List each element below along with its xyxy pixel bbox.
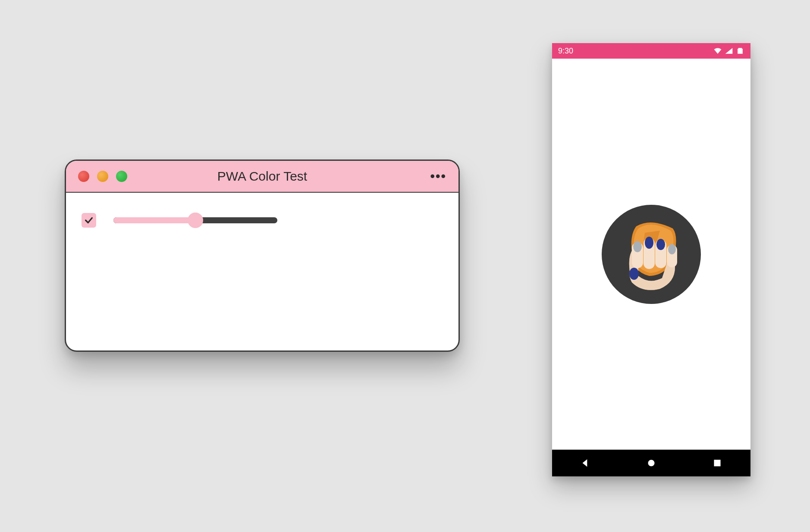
check-icon	[84, 216, 94, 225]
recents-icon	[712, 457, 723, 469]
svg-point-7	[668, 244, 676, 254]
splash-content	[552, 59, 750, 450]
signal-icon	[725, 47, 733, 55]
window-body	[66, 193, 458, 248]
back-button[interactable]	[579, 457, 592, 469]
home-icon	[646, 457, 657, 469]
svg-point-5	[645, 237, 653, 249]
more-options-icon[interactable]: •••	[430, 169, 446, 184]
svg-point-9	[648, 460, 654, 466]
back-icon	[580, 457, 591, 469]
accent-checkbox[interactable]	[82, 213, 96, 228]
close-icon[interactable]	[78, 171, 89, 182]
status-icons	[713, 47, 744, 55]
svg-point-4	[633, 241, 642, 252]
phone-splash-screen: 9:30	[552, 43, 750, 476]
maximize-icon[interactable]	[116, 171, 127, 182]
traffic-lights	[78, 171, 127, 182]
home-button[interactable]	[645, 457, 658, 469]
svg-point-8	[629, 268, 639, 280]
wifi-icon	[713, 47, 722, 55]
splash-icon-circle	[602, 205, 701, 304]
battery-icon	[736, 47, 744, 55]
window-titlebar[interactable]: PWA Color Test •••	[66, 161, 458, 193]
status-time: 9:30	[558, 47, 573, 56]
status-bar: 9:30	[552, 43, 750, 59]
minimize-icon[interactable]	[97, 171, 108, 182]
accent-slider[interactable]	[113, 212, 277, 229]
android-nav-bar	[552, 450, 750, 476]
svg-rect-10	[714, 460, 721, 466]
svg-point-6	[656, 239, 665, 250]
recents-button[interactable]	[711, 457, 724, 469]
slider-fill	[113, 217, 195, 223]
pwa-desktop-window: PWA Color Test •••	[65, 160, 460, 352]
slider-thumb[interactable]	[188, 213, 203, 228]
squoosh-hand-icon	[608, 211, 694, 297]
